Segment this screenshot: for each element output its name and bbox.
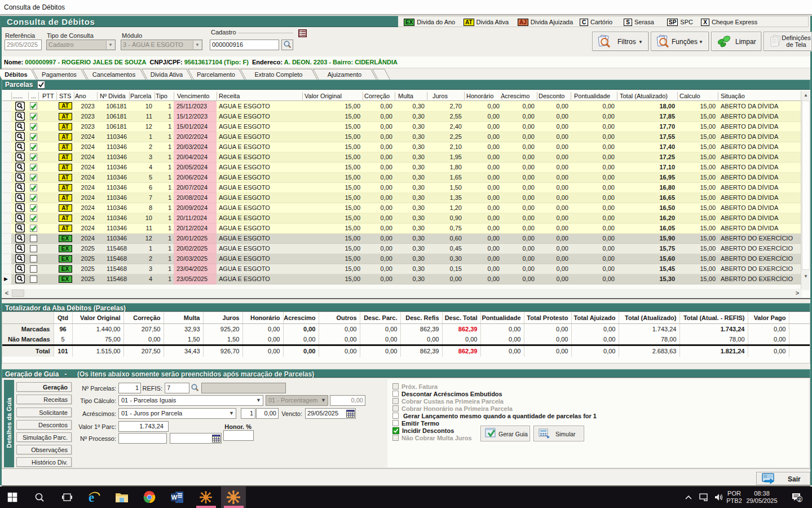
svg-text:2: 2 <box>798 497 801 502</box>
svg-text:W: W <box>171 494 178 501</box>
